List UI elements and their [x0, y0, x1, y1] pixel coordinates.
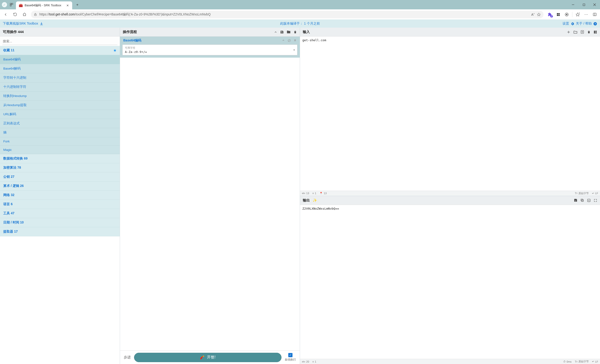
op-item[interactable]: 从Hexdump提取 [0, 101, 120, 110]
svg-rect-11 [557, 15, 558, 16]
output-char-count: abc20 [302, 360, 309, 363]
download-icon[interactable] [40, 22, 43, 26]
op-item[interactable]: Fork [0, 137, 120, 146]
tab-title: Base64编码 - SRK Toolbox [25, 3, 64, 8]
disable-op-icon[interactable] [288, 39, 291, 42]
search-input[interactable] [2, 37, 117, 45]
split-screen-icon[interactable] [591, 10, 599, 18]
back-button[interactable] [1, 10, 10, 19]
chevron-down-icon[interactable]: ▼ [293, 49, 295, 51]
titlebar-left: ✓ [0, 0, 14, 9]
compiled-label: 此版本编译于： [280, 22, 303, 25]
url-bar[interactable]: https://tool.get-shell.com/tool/CyberChe… [31, 11, 544, 18]
clear-input-icon[interactable] [587, 30, 591, 34]
settings-more-icon[interactable]: ⋯ [582, 10, 590, 18]
input-panel: 输入 get-shell.com abc13 ≡ 1 📍 13 Tт 原始字节 … [300, 28, 600, 196]
save-recipe-icon[interactable] [280, 30, 284, 34]
divider [572, 12, 572, 17]
arg-value: A-Za-z0-9+/= [125, 50, 295, 54]
compiled-time-link[interactable]: 1 个月之前 [304, 22, 320, 25]
chevron-up-icon[interactable] [274, 30, 277, 34]
category-header[interactable]: 工具 47 [0, 209, 120, 218]
clear-recipe-icon[interactable] [293, 30, 297, 34]
favorite-icon[interactable] [537, 13, 541, 16]
input-encoding[interactable]: Tт 原始字节 [575, 191, 589, 195]
category-header[interactable]: 公钥 27 [0, 173, 120, 182]
category-header[interactable]: 提取器 17 [0, 227, 120, 236]
extension-grid-icon[interactable] [554, 10, 562, 18]
op-item[interactable]: Magic [0, 146, 120, 154]
output-eol[interactable]: ↵ LF [592, 360, 598, 363]
bake-button[interactable]: 🧨 开整! [134, 353, 281, 362]
category-header[interactable]: 网络 32 [0, 191, 120, 200]
op-item[interactable]: 转换到Hexdump [0, 91, 120, 101]
favorites-bar-icon[interactable] [574, 10, 582, 18]
search-wrap [0, 36, 120, 46]
download-link[interactable]: 下载离线版SRK Toolbox [3, 22, 38, 26]
close-window-button[interactable] [589, 0, 600, 9]
favourites-header[interactable]: 收藏 11 ★ [0, 46, 120, 55]
recipe-column: 操作流程 Base64编码 可用字符 [120, 28, 300, 364]
read-aloud-icon[interactable]: A» [531, 12, 534, 16]
refresh-button[interactable] [11, 10, 19, 19]
svg-rect-33 [596, 32, 597, 33]
copy-output-icon[interactable] [580, 198, 584, 202]
input-cursor-pos: 📍 13 [319, 192, 327, 195]
gear-icon[interactable] [571, 22, 574, 26]
input-text[interactable]: get-shell.com [300, 36, 600, 191]
recipe-drop-area[interactable] [120, 58, 300, 350]
maximise-output-icon[interactable] [594, 198, 597, 202]
open-file-icon[interactable] [580, 30, 584, 34]
save-output-icon[interactable] [574, 198, 578, 202]
maximize-button[interactable] [578, 0, 589, 9]
add-input-icon[interactable] [567, 30, 571, 34]
input-title-bar: 输入 [300, 28, 600, 36]
replace-input-icon[interactable] [587, 198, 591, 202]
chevron-up-icon[interactable] [282, 39, 285, 42]
svg-rect-32 [596, 31, 597, 32]
extension-puzzle-icon[interactable]: 2 [546, 10, 554, 18]
profile-icon[interactable]: ✓ [2, 2, 7, 7]
pause-op-icon[interactable] [294, 39, 297, 42]
category-header[interactable]: 日期 / 时间 10 [0, 218, 120, 227]
new-tab-button[interactable]: ＋ [74, 1, 81, 8]
close-icon[interactable]: ✕ [66, 3, 69, 7]
open-folder-icon[interactable] [573, 30, 578, 34]
magic-wand-icon[interactable]: ✨ [313, 198, 317, 202]
settings-link[interactable]: 设置 [562, 22, 569, 26]
recipe-op-base64[interactable]: Base64编码 可用字符 A-Za-z0-9+/= ▼ [120, 36, 300, 58]
load-recipe-icon[interactable] [287, 30, 291, 34]
svg-rect-34 [581, 200, 583, 201]
home-button[interactable] [20, 10, 28, 19]
window-controls [568, 0, 600, 9]
banner-right: 设置 关于 / 帮助 ? [562, 22, 597, 26]
operations-list[interactable]: 收藏 11 ★ Base64编码Base64解码字符转十六进制十六进制转字符转换… [0, 46, 120, 364]
op-item[interactable]: 正则表达式 [0, 119, 120, 128]
op-item[interactable]: URL解码 [0, 110, 120, 119]
recipe-arg-alphabet[interactable]: 可用字符 A-Za-z0-9+/= ▼ [122, 45, 297, 55]
op-item[interactable]: 字符转十六进制 [0, 73, 120, 82]
svg-rect-35 [581, 199, 583, 201]
url-text: https://tool.get-shell.com/tool/CyberChe… [39, 12, 529, 17]
category-header[interactable]: 数据格式转换 69 [0, 154, 120, 163]
about-link[interactable]: 关于 / 帮助 [576, 22, 592, 26]
minimize-button[interactable] [568, 0, 578, 9]
op-item[interactable]: 十六进制转字符 [0, 82, 120, 91]
input-eol[interactable]: ↵ LF [592, 191, 598, 195]
category-header[interactable]: 算术 / 逻辑 26 [0, 182, 120, 191]
autobake-toggle[interactable]: ✓ 自动执行 [285, 353, 296, 362]
output-encoding[interactable]: Tт 原始字节 [575, 360, 589, 363]
workspaces-icon[interactable] [9, 2, 14, 7]
category-header[interactable]: 加密算法 78 [0, 163, 120, 173]
op-item[interactable]: Base64编码 [0, 55, 120, 64]
op-item[interactable]: Base64解码 [0, 64, 120, 73]
extensions-menu-icon[interactable] [563, 10, 571, 18]
op-item[interactable]: 熵 [0, 128, 120, 137]
category-header[interactable]: 语言 6 [0, 200, 120, 209]
help-icon[interactable]: ? [593, 22, 597, 26]
output-text[interactable]: Z2V0LXNoZWxsLmNvbQ== [300, 205, 600, 359]
step-button[interactable]: 步进 [124, 355, 131, 360]
browser-tab-active[interactable]: 🧰 Base64编码 - SRK Toolbox ✕ [16, 1, 72, 9]
reset-layout-icon[interactable] [593, 30, 597, 34]
browser-toolbar: https://tool.get-shell.com/tool/CyberChe… [0, 9, 600, 20]
